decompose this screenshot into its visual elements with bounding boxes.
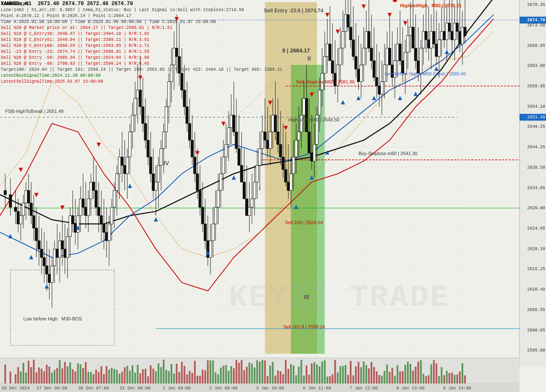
sell-20-market: Sell %20 @ Market price or at: 2664.17 |… <box>1 25 282 31</box>
sell-10-c38: Sell %10 @ C_Entry38: 2640.47 || Target:… <box>1 31 282 37</box>
latest-sell: LatestSellSignalTime:2025.01.07 15:00:00 <box>1 79 282 85</box>
sell-10-c88: Sell %10 @ C_Entry88: 2660.25 || Target:… <box>1 43 282 49</box>
chart-info-panel: XAUUSDe,H1 Line:1482 | h1_atr_c0: 6.3857… <box>1 1 282 85</box>
info-line2: Point A:2670.12 | Point B:2625.14 | Poin… <box>1 13 282 19</box>
sell-20-50: Sell %20 @ Entry -50: 2685.34 || Target:… <box>1 55 282 61</box>
chart-container: XAUUSDe,H1 Line:1482 | h1_atr_c0: 6.3857… <box>0 0 546 392</box>
targets: Target100: 2624.04 || Target 161: 2599.2… <box>1 67 282 73</box>
sell-20-88: Sell %20 @ Entry -88: 2700.83 || Target:… <box>1 61 282 67</box>
latest-buy: LatestBuySignalTime:2024.11.20 09:00:00 <box>1 73 282 79</box>
info-line3: Time A:2025.01.08 18:00:00 | Time B:2025… <box>1 19 282 25</box>
sell-10-c61: Sell %10 @ C_Entry61: 2649.94 || Target:… <box>1 37 282 43</box>
sell-23: Sell -23 @ Entry -23: 2674.74 || Target:… <box>1 49 282 55</box>
symbol-title: XAUUSDe,H1 <box>1 1 282 7</box>
info-line1: Line:1482 | h1_atr_c0: 6.3857 | tema_h1_… <box>1 7 282 13</box>
